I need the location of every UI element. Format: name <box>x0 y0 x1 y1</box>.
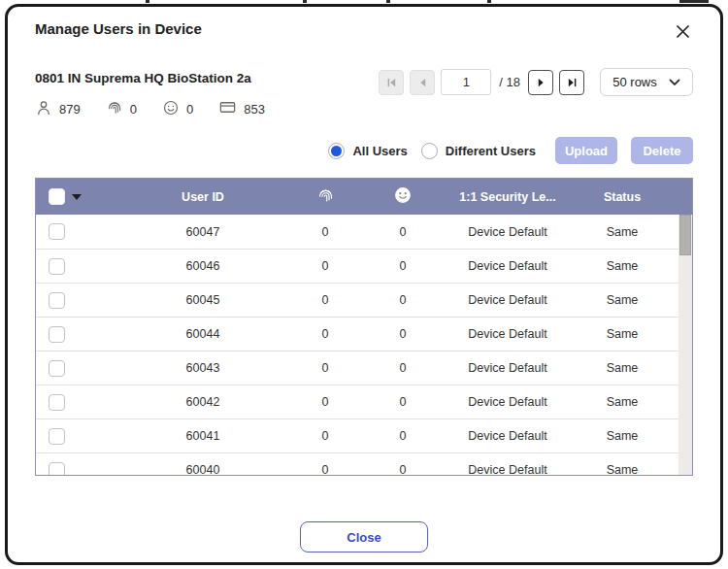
row-checkbox[interactable] <box>49 292 65 309</box>
cell-user-id: 60044 <box>121 327 284 341</box>
cell-fingerprint: 0 <box>284 259 366 273</box>
cell-face: 0 <box>366 259 440 273</box>
card-count: 853 <box>218 98 265 120</box>
select-all-checkbox[interactable] <box>49 188 65 205</box>
cell-user-id: 60043 <box>121 361 284 375</box>
delete-button[interactable]: Delete <box>631 137 693 164</box>
cell-status: Same <box>576 361 669 375</box>
column-header-security-level: 1:1 Security Le... <box>440 190 576 204</box>
card-count-value: 853 <box>244 102 265 117</box>
background-artifact <box>146 0 149 3</box>
next-page-button[interactable] <box>528 70 553 95</box>
cell-fingerprint: 0 <box>284 327 366 341</box>
dialog-title: Manage Users in Device <box>35 20 202 37</box>
cell-fingerprint: 0 <box>284 225 366 239</box>
first-page-button[interactable] <box>379 70 404 95</box>
column-header-face <box>366 185 440 208</box>
cell-status: Same <box>576 225 669 239</box>
cell-face: 0 <box>366 327 440 341</box>
face-icon <box>162 99 180 120</box>
different-users-radio[interactable]: Different Users <box>421 143 536 159</box>
background-artifact <box>679 0 709 3</box>
cell-user-id: 60045 <box>121 293 284 307</box>
column-header-fingerprint <box>284 186 366 208</box>
row-checkbox[interactable] <box>49 258 65 275</box>
fingerprint-icon <box>106 99 123 120</box>
previous-page-button[interactable] <box>410 70 435 95</box>
device-name: 0801 IN Suprema HQ BioStation 2a <box>35 71 281 85</box>
table-body: 60047 0 0 Device Default Same 60046 0 0 … <box>36 215 692 475</box>
background-artifact <box>386 0 390 3</box>
face-icon <box>393 185 413 208</box>
cell-fingerprint: 0 <box>284 395 366 409</box>
scrollbar-thumb[interactable] <box>679 215 691 255</box>
cell-fingerprint: 0 <box>284 463 366 475</box>
row-checkbox[interactable] <box>49 223 65 240</box>
row-checkbox[interactable] <box>49 462 65 476</box>
column-header-status: Status <box>576 190 669 204</box>
background-artifact <box>487 0 491 3</box>
all-users-radio[interactable]: All Users <box>328 143 407 159</box>
select-menu-dropdown-icon[interactable] <box>72 194 82 200</box>
face-count: 0 <box>162 99 193 120</box>
close-icon[interactable] <box>672 20 693 42</box>
table-row: 60040 0 0 Device Default Same <box>36 452 678 475</box>
cell-status: Same <box>576 395 669 409</box>
table-row: 60041 0 0 Device Default Same <box>36 418 678 452</box>
all-users-label: All Users <box>352 144 407 158</box>
row-checkbox[interactable] <box>49 428 65 445</box>
device-stats: 879 0 <box>35 98 281 120</box>
close-button[interactable]: Close <box>300 521 428 552</box>
cell-user-id: 60041 <box>121 429 284 443</box>
cell-user-id: 60040 <box>121 463 284 475</box>
fingerprint-count: 0 <box>106 99 137 120</box>
table-row: 60042 0 0 Device Default Same <box>36 385 678 418</box>
cell-status: Same <box>576 293 669 307</box>
cell-status: Same <box>576 327 669 341</box>
cell-status: Same <box>576 429 669 443</box>
cell-status: Same <box>576 463 669 475</box>
cell-face: 0 <box>366 463 440 475</box>
users-table: User ID <box>35 178 693 476</box>
radio-unselected-icon <box>421 143 438 159</box>
user-count: 879 <box>35 99 81 120</box>
cell-face: 0 <box>366 293 440 307</box>
background-artifact <box>303 0 307 3</box>
cell-user-id: 60046 <box>121 259 284 273</box>
table-row: 60047 0 0 Device Default Same <box>36 215 678 249</box>
cell-face: 0 <box>366 429 440 443</box>
row-checkbox[interactable] <box>49 326 65 343</box>
user-icon <box>35 99 52 120</box>
cell-face: 0 <box>366 395 440 409</box>
cell-fingerprint: 0 <box>284 429 366 443</box>
cell-status: Same <box>576 259 669 273</box>
cell-user-id: 60047 <box>121 225 284 239</box>
rows-per-page-value: 50 rows <box>612 75 657 89</box>
device-info: 0801 IN Suprema HQ BioStation 2a 879 <box>35 71 281 120</box>
manage-users-dialog: Manage Users in Device 0801 IN Suprema H… <box>5 4 723 565</box>
table-scrollbar[interactable] <box>678 215 692 475</box>
cell-security-level: Device Default <box>440 225 576 239</box>
cell-face: 0 <box>366 225 440 239</box>
face-count-value: 0 <box>186 102 193 117</box>
user-count-value: 879 <box>59 102 81 117</box>
row-checkbox[interactable] <box>49 360 65 377</box>
filter-row: All Users Different Users Upload Delete <box>35 137 693 164</box>
fingerprint-icon <box>316 186 335 208</box>
row-checkbox[interactable] <box>49 394 65 411</box>
cell-security-level: Device Default <box>440 429 576 443</box>
cell-fingerprint: 0 <box>284 293 366 307</box>
rows-per-page-select[interactable]: 50 rows <box>600 68 693 96</box>
different-users-label: Different Users <box>446 144 536 158</box>
cell-security-level: Device Default <box>440 395 576 409</box>
total-pages-label: / 18 <box>499 75 520 89</box>
table-row: 60046 0 0 Device Default Same <box>36 249 678 283</box>
pagination: / 18 50 rows <box>379 68 693 96</box>
cell-user-id: 60042 <box>121 395 284 409</box>
cell-security-level: Device Default <box>440 259 576 273</box>
last-page-button[interactable] <box>559 70 584 95</box>
page-number-input[interactable] <box>441 69 491 95</box>
upload-button[interactable]: Upload <box>555 137 617 164</box>
column-header-user-id: User ID <box>121 190 284 204</box>
table-row: 60044 0 0 Device Default Same <box>36 317 678 351</box>
